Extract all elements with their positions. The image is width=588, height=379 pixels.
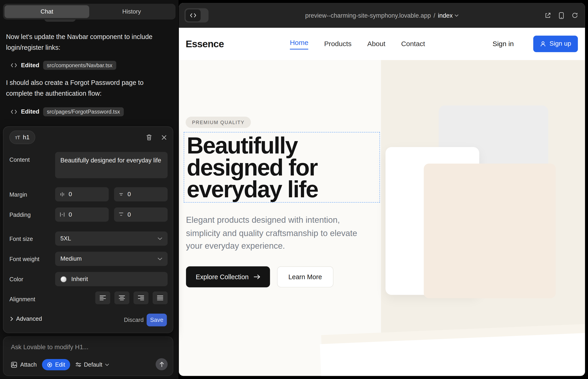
- edited-file-row: Edited src/components/Navbar.tsx: [11, 60, 116, 71]
- edited-label: Edited: [21, 62, 39, 69]
- color-value: Inherit: [71, 276, 88, 283]
- site-navbar: Essence Home Products About Contact Sign…: [179, 28, 585, 60]
- code-icon: [11, 63, 17, 68]
- browser-chrome: preview--charming-site-symphony.lovable.…: [179, 3, 585, 28]
- close-icon[interactable]: [159, 132, 169, 143]
- chevron-down-icon: [157, 257, 162, 260]
- chevron-down-icon: [157, 237, 162, 240]
- site-logo[interactable]: Essence: [186, 28, 224, 60]
- composer-toolbar: Attach Edit Default: [11, 359, 109, 370]
- element-tag-label: h1: [23, 134, 30, 141]
- chat-sidebar: Chat History Now let's update the Navbar…: [0, 0, 178, 379]
- align-center-icon: [119, 295, 125, 300]
- preview-browser: preview--charming-site-symphony.lovable.…: [179, 3, 585, 376]
- default-label: Default: [84, 361, 102, 368]
- refresh-icon[interactable]: [572, 12, 578, 19]
- page-name: index: [438, 12, 453, 19]
- align-justify-button[interactable]: [153, 292, 168, 304]
- chevron-down-icon: [105, 363, 109, 366]
- nav-link-contact[interactable]: Contact: [401, 40, 425, 48]
- edit-target-icon: [47, 362, 52, 367]
- explore-collection-label: Explore Collection: [196, 273, 249, 281]
- chat-message: Now let's update the Navbar component to…: [6, 32, 169, 53]
- chat-message: I should also create a Forgot Password p…: [6, 77, 169, 99]
- content-input[interactable]: Beautifully designed for everyday life: [55, 152, 168, 178]
- chevron-down-icon: [454, 14, 459, 16]
- composer-input[interactable]: [11, 344, 161, 351]
- file-chip-navbar[interactable]: src/components/Navbar.tsx: [43, 61, 116, 70]
- margin-vertical-icon: [119, 192, 124, 197]
- hero-description: Elegant products designed with intention…: [186, 214, 368, 253]
- learn-more-button[interactable]: Learn More: [277, 266, 333, 287]
- hero-headline: Beautifully designed for everyday life: [187, 135, 348, 201]
- hero-cta-row: Explore Collection Learn More: [186, 266, 333, 287]
- attach-button[interactable]: Attach: [11, 361, 37, 368]
- browser-actions: [544, 3, 578, 28]
- color-select[interactable]: Inherit: [55, 272, 168, 286]
- align-center-button[interactable]: [114, 292, 129, 304]
- nav-link-home[interactable]: Home: [290, 39, 309, 49]
- attach-label: Attach: [20, 361, 37, 368]
- align-right-icon: [138, 295, 144, 300]
- arrow-up-icon: [159, 362, 164, 367]
- margin-x-input[interactable]: 0: [55, 187, 109, 201]
- code-icon: [11, 109, 17, 114]
- user-icon: [540, 41, 546, 47]
- save-button[interactable]: Save: [147, 314, 167, 327]
- sign-up-button[interactable]: Sign up: [533, 35, 578, 52]
- tab-history[interactable]: History: [89, 5, 174, 18]
- premium-quality-badge: PREMIUM QUALITY: [186, 117, 251, 128]
- send-button[interactable]: [156, 358, 168, 370]
- color-label: Color: [9, 276, 23, 283]
- default-mode-select[interactable]: Default: [75, 361, 109, 368]
- hero-card-beige: [424, 164, 556, 298]
- margin-horizontal-icon: [60, 192, 65, 197]
- sign-up-label: Sign up: [549, 40, 571, 48]
- file-chip-forgot-password[interactable]: src/pages/ForgotPassword.tsx: [43, 107, 124, 116]
- tab-chat[interactable]: Chat: [5, 5, 90, 18]
- url-text: preview--charming-site-symphony.lovable.…: [305, 12, 431, 19]
- margin-x-value: 0: [69, 191, 72, 198]
- trash-icon[interactable]: [144, 132, 154, 143]
- sign-in-link[interactable]: Sign in: [493, 28, 514, 60]
- margin-y-value: 0: [127, 191, 131, 198]
- align-left-button[interactable]: [95, 292, 110, 304]
- padding-x-input[interactable]: 0: [55, 207, 109, 222]
- open-external-icon[interactable]: [544, 12, 551, 19]
- content-label: Content: [9, 157, 30, 163]
- padding-x-value: 0: [69, 211, 72, 218]
- edit-label: Edit: [55, 361, 65, 368]
- advanced-toggle[interactable]: Advanced: [10, 316, 42, 322]
- edited-file-row: Edited src/pages/ForgotPassword.tsx: [11, 107, 124, 117]
- address-bar: preview--charming-site-symphony.lovable.…: [179, 3, 585, 28]
- edit-mode-button[interactable]: Edit: [42, 359, 70, 370]
- app-root: Chat History Now let's update the Navbar…: [0, 0, 588, 379]
- padding-label: Padding: [9, 211, 31, 218]
- padding-y-input[interactable]: 0: [114, 207, 168, 222]
- mobile-view-icon[interactable]: [559, 12, 564, 19]
- edited-label: Edited: [21, 109, 39, 115]
- margin-y-input[interactable]: 0: [114, 187, 168, 201]
- nav-link-about[interactable]: About: [367, 40, 385, 48]
- element-editor-panel: тT h1 Content Beautifully designed for e…: [3, 126, 173, 333]
- align-right-button[interactable]: [134, 292, 148, 304]
- color-swatch: [60, 276, 67, 283]
- font-weight-select[interactable]: Medium: [55, 252, 168, 266]
- selected-h1-element[interactable]: Beautifully designed for everyday life: [184, 132, 380, 203]
- discard-button[interactable]: Discard: [124, 316, 144, 323]
- chevron-right-icon: [10, 316, 13, 321]
- chat-history-tabs: Chat History: [3, 4, 175, 19]
- text-style-icon: тT: [15, 134, 20, 140]
- advanced-label: Advanced: [16, 316, 42, 322]
- element-tag-pill[interactable]: тT h1: [9, 130, 35, 144]
- padding-vertical-icon: [119, 212, 124, 217]
- nav-link-products[interactable]: Products: [324, 40, 351, 48]
- explore-collection-button[interactable]: Explore Collection: [186, 266, 270, 287]
- site-preview: Essence Home Products About Contact Sign…: [179, 28, 585, 376]
- font-size-select[interactable]: 5XL: [55, 232, 168, 246]
- url-separator: /: [434, 12, 435, 19]
- page-dropdown[interactable]: index: [438, 12, 459, 19]
- align-left-icon: [99, 295, 106, 300]
- font-weight-label: Font weight: [9, 256, 39, 262]
- sliders-icon: [75, 362, 81, 367]
